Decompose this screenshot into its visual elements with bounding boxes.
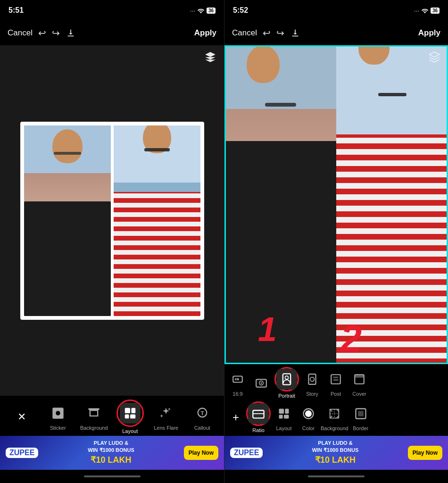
left-undo-icon[interactable]: ↩	[38, 27, 46, 39]
left-apply-button[interactable]: Apply	[194, 28, 216, 38]
left-bottom-area: ✕ Sticker Background	[0, 396, 224, 483]
collage-right-half	[114, 125, 200, 316]
callout-icon-wrap: T	[192, 403, 213, 424]
annotation-2: 2	[340, 317, 362, 360]
svg-rect-20	[279, 409, 284, 414]
svg-rect-2	[131, 408, 135, 413]
right-play-now-button[interactable]: Play Now	[408, 446, 442, 460]
tool-background[interactable]: Background	[80, 403, 108, 431]
svg-point-25	[305, 410, 312, 417]
right-tool-border[interactable]: Border	[348, 403, 373, 431]
left-image-area	[0, 45, 224, 396]
tool-ratio-highlighted[interactable]: Ratio	[245, 401, 272, 433]
svg-point-14	[310, 377, 315, 382]
right-background-icon-wrap	[324, 403, 345, 424]
layout-red-circle	[116, 400, 144, 427]
left-toolbar: Cancel ↩ ↪ Apply	[0, 21, 224, 45]
right-tool-layout[interactable]: Layout	[272, 403, 296, 431]
portrait-icon-wrap	[276, 369, 297, 390]
right-battery: 36	[431, 8, 440, 14]
right-tool-background[interactable]: Background	[321, 403, 348, 431]
left-tool-row: ✕ Sticker Background	[0, 396, 224, 436]
tool-callout[interactable]: T Callout	[188, 403, 216, 431]
tool-16-9[interactable]: 16:9	[226, 369, 249, 397]
layout-icon-wrap	[120, 403, 141, 424]
tool-layout-highlighted[interactable]: Layout	[116, 400, 144, 434]
right-toolbar: Cancel ↩ ↪ Apply	[224, 21, 448, 45]
left-redo-icon[interactable]: ↪	[52, 27, 60, 39]
lens-flare-label: Lens Flare	[154, 425, 178, 431]
lens-flare-icon-wrap	[156, 403, 176, 424]
left-zupee-logo: ZUPEE	[6, 448, 38, 458]
right-cancel-button[interactable]: Cancel	[232, 28, 257, 38]
tool-portrait-highlighted[interactable]: Portrait	[274, 367, 300, 399]
left-ad-banner[interactable]: ZUPEE PLAY LUDO & WIN ₹1000 BONUS ₹10 LA…	[0, 436, 224, 470]
tool-lens-flare[interactable]: Lens Flare	[152, 403, 180, 431]
left-ad-logo-area: ZUPEE	[6, 448, 38, 458]
wifi-icon	[197, 8, 205, 13]
right-redo-icon[interactable]: ↪	[276, 27, 284, 39]
right-download-icon[interactable]	[290, 28, 300, 38]
right-color-label: Color	[302, 425, 315, 431]
svg-rect-13	[308, 374, 315, 384]
right-border-label: Border	[353, 425, 368, 431]
sticker-label: Sticker	[50, 425, 66, 431]
left-download-icon[interactable]	[66, 28, 76, 38]
svg-rect-0	[89, 408, 100, 410]
portrait-red-circle	[274, 367, 299, 391]
callout-label: Callout	[194, 425, 210, 431]
close-icon[interactable]: ✕	[17, 411, 26, 423]
svg-point-12	[285, 376, 289, 379]
cover-label: Cover	[352, 391, 366, 397]
right-phone-panel: 5:52 ··· 36 Cancel ↩ ↪ Apply	[224, 0, 448, 483]
background-label: Background	[80, 425, 108, 431]
tool-portrait-cam[interactable]	[250, 373, 273, 393]
left-time: 5:51	[8, 6, 24, 15]
right-bottom-tool-row: + Ratio	[224, 400, 448, 436]
cover-icon-wrap	[349, 369, 370, 390]
svg-rect-4	[130, 415, 135, 419]
left-phone-panel: 5:51 ··· 36 Cancel ↩ ↪ Apply	[0, 0, 224, 483]
ratio-label: Ratio	[252, 427, 265, 433]
left-play-now-button[interactable]: Play Now	[184, 446, 218, 460]
right-layers-button[interactable]	[428, 51, 440, 63]
right-ad-banner[interactable]: ZUPEE PLAY LUDO & WIN ₹1000 BONUS ₹10 LA…	[224, 436, 448, 470]
right-plus-button[interactable]: +	[226, 411, 245, 424]
left-layers-button[interactable]	[204, 51, 216, 63]
post-label: Post	[331, 391, 341, 397]
signal-dots-icon: ···	[190, 7, 195, 14]
svg-rect-3	[125, 415, 129, 419]
right-layout-icon-wrap	[274, 403, 294, 424]
post-icon-wrap	[325, 369, 346, 390]
left-home-bar	[84, 475, 141, 477]
svg-rect-17	[355, 375, 364, 378]
right-home-bar	[308, 475, 365, 477]
right-wifi-icon	[421, 8, 429, 13]
svg-point-10	[260, 382, 262, 383]
right-background-label: Background	[321, 425, 348, 431]
tool-post[interactable]: Post	[324, 369, 347, 397]
collage-left-half	[24, 125, 111, 316]
right-undo-icon[interactable]: ↩	[263, 27, 271, 39]
tool-cover[interactable]: Cover	[348, 369, 371, 397]
right-bottom-area: 16:9	[224, 364, 448, 483]
right-tool-color[interactable]: Color	[296, 403, 321, 431]
tool-sticker[interactable]: Sticker	[44, 403, 72, 431]
right-status-icons: ··· 36	[414, 7, 440, 14]
svg-rect-21	[285, 409, 289, 414]
collage-fullbleed-left	[224, 45, 336, 364]
story-label: Story	[306, 391, 318, 397]
right-collage-fullbleed	[224, 45, 448, 364]
svg-rect-1	[125, 408, 130, 413]
right-toolbar-left: Cancel ↩ ↪	[232, 27, 300, 39]
tool-story[interactable]: Story	[301, 369, 324, 397]
right-border-icon-wrap	[350, 403, 371, 424]
left-close-item[interactable]: ✕	[8, 411, 36, 423]
ratio-icon-wrap	[248, 403, 269, 424]
story-icon-wrap	[302, 369, 323, 390]
right-apply-button[interactable]: Apply	[418, 28, 440, 38]
left-cancel-button[interactable]: Cancel	[8, 28, 33, 38]
right-signal-dots-icon: ···	[414, 7, 419, 14]
right-zupee-logo: ZUPEE	[230, 448, 263, 458]
right-top-tool-row: 16:9	[224, 364, 448, 400]
